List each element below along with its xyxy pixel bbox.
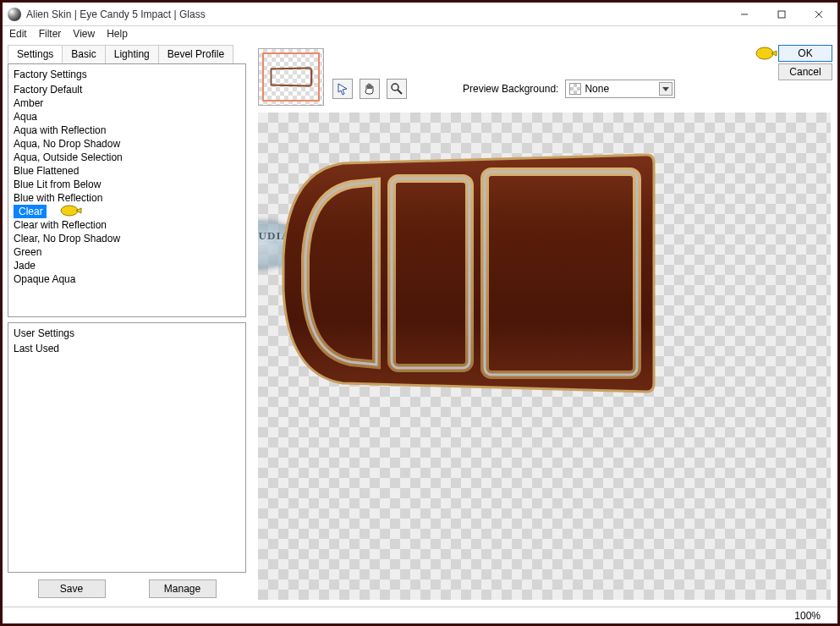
svg-point-9 <box>392 84 398 91</box>
list-item[interactable]: Aqua, Outside Selection <box>8 151 245 164</box>
preview-bg-value: None <box>585 83 609 95</box>
user-header: User Settings <box>8 325 245 342</box>
svg-rect-1 <box>778 11 785 18</box>
preview-canvas[interactable]: CLAUDIA <box>258 113 831 600</box>
preview-bg-select[interactable]: None <box>565 80 675 98</box>
window-title: Alien Skin | Eye Candy 5 Impact | Glass <box>26 8 726 20</box>
settings-buttons: Save Manage <box>8 573 246 601</box>
tab-basic[interactable]: Basic <box>62 45 105 63</box>
ok-button[interactable]: OK <box>778 45 832 62</box>
list-item[interactable]: Opaque Aqua <box>8 272 245 286</box>
settings-tabs: Settings Basic Lighting Bevel Profile <box>8 45 246 63</box>
svg-marker-8 <box>338 84 347 95</box>
minimize-button[interactable] <box>726 3 763 26</box>
list-item[interactable]: Aqua with Reflection <box>8 124 245 137</box>
status-bar: 100% <box>3 607 837 623</box>
user-settings-list[interactable]: User Settings Last Used <box>8 322 246 573</box>
list-item[interactable]: Last Used <box>8 342 245 355</box>
zoom-level: 100% <box>794 610 821 622</box>
tab-bevel-profile[interactable]: Bevel Profile <box>158 45 233 63</box>
tab-lighting[interactable]: Lighting <box>105 45 159 63</box>
preview-thumbnail[interactable] <box>258 48 324 106</box>
move-tool-icon[interactable] <box>332 79 353 99</box>
list-item[interactable]: Clear, No Drop Shadow <box>8 232 245 245</box>
zoom-tool-icon[interactable] <box>387 79 407 99</box>
app-icon <box>8 8 21 21</box>
list-item[interactable]: Aqua <box>8 110 245 124</box>
list-item[interactable]: Factory Default <box>8 83 245 96</box>
factory-header: Factory Settings <box>8 66 245 83</box>
dialog-buttons: OK Cancel <box>778 45 832 80</box>
preview-shape <box>275 146 656 400</box>
tab-settings[interactable]: Settings <box>8 45 63 63</box>
list-item[interactable]: Clear <box>14 205 47 218</box>
list-item[interactable]: Jade <box>8 259 245 272</box>
pointer-hand-icon <box>58 203 83 221</box>
menu-help[interactable]: Help <box>107 28 128 41</box>
pointer-hand-icon <box>753 45 778 64</box>
svg-marker-11 <box>662 87 669 91</box>
list-item[interactable]: Green <box>8 245 245 259</box>
list-item[interactable]: Aqua, No Drop Shadow <box>8 137 245 151</box>
save-button[interactable]: Save <box>38 579 106 598</box>
list-item[interactable]: Blue Flattened <box>8 164 245 178</box>
menu-filter[interactable]: Filter <box>39 28 62 41</box>
svg-line-10 <box>398 90 402 94</box>
close-button[interactable] <box>800 3 837 26</box>
factory-settings-list[interactable]: Factory Settings Factory DefaultAmberAqu… <box>8 63 246 317</box>
left-panel: Settings Basic Lighting Bevel Profile Fa… <box>3 43 251 607</box>
list-item[interactable]: Blue with Reflection <box>8 191 245 205</box>
manage-button[interactable]: Manage <box>149 579 217 598</box>
maximize-button[interactable] <box>763 3 800 26</box>
menubar: Edit Filter View Help <box>3 26 837 43</box>
hand-tool-icon[interactable] <box>360 79 380 99</box>
chevron-down-icon <box>659 82 673 96</box>
preview-bg-label: Preview Background: <box>463 83 558 95</box>
menu-edit[interactable]: Edit <box>9 28 27 41</box>
list-item[interactable]: Clear with Reflection <box>8 218 245 232</box>
checker-swatch-icon <box>569 83 581 95</box>
titlebar: Alien Skin | Eye Candy 5 Impact | Glass <box>3 3 837 26</box>
right-panel: OK Cancel Preview Background: <box>251 43 837 607</box>
cancel-button[interactable]: Cancel <box>778 63 832 80</box>
list-item[interactable]: Amber <box>8 96 245 110</box>
list-item[interactable]: Blue Lit from Below <box>8 178 245 191</box>
menu-view[interactable]: View <box>73 28 95 41</box>
